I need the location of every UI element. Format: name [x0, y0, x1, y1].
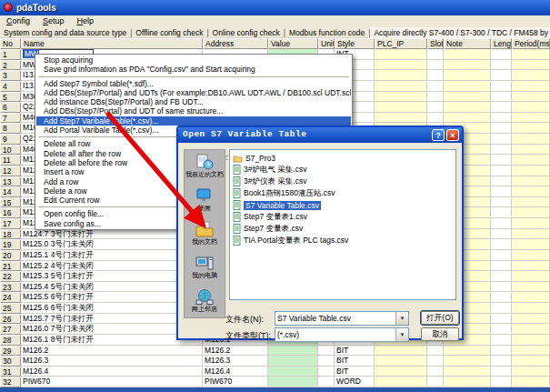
cell-no[interactable]: 16 [0, 207, 21, 218]
cell-no[interactable]: 24 [0, 292, 21, 303]
tab-5[interactable]: Acquire directly S7-400 / S7-300 / TDC /… [370, 27, 550, 38]
file-item[interactable]: S7_Pro3 [230, 152, 455, 164]
cell-length[interactable] [491, 102, 512, 113]
cell-length[interactable] [491, 49, 512, 60]
cell-period[interactable] [512, 377, 550, 387]
cell-length[interactable] [491, 335, 512, 346]
table-row[interactable]: 30M126.3M126.3BIT [0, 356, 550, 367]
file-item[interactable]: 3#炉电气 采集.csv [230, 164, 455, 176]
dropdown-arrow-icon[interactable]: ▼ [395, 328, 408, 341]
cell-no[interactable]: 26 [0, 314, 21, 325]
cell-length[interactable] [491, 166, 512, 176]
cell-no[interactable]: 23 [0, 282, 21, 293]
cell-no[interactable]: 17 [0, 218, 21, 229]
cell-length[interactable] [491, 314, 512, 325]
menu-item[interactable]: Add DBs(Step7/Portal) and UDT of same st… [36, 106, 351, 116]
cell-name[interactable]: M125.7 7号门未打开 [21, 314, 203, 325]
cell-slot[interactable] [427, 92, 444, 103]
cell-length[interactable] [491, 218, 512, 229]
cell-plc_ip[interactable] [375, 377, 427, 387]
cell-no[interactable]: 6 [0, 102, 21, 113]
cell-address[interactable]: PIW670 [203, 377, 268, 387]
cell-note[interactable] [444, 60, 491, 71]
file-type-combobox[interactable]: (*.csv) ▼ [275, 327, 409, 342]
cell-plc_ip[interactable] [375, 367, 427, 377]
menubar-item-help[interactable]: Help [71, 15, 101, 27]
cell-plc_ip[interactable] [375, 356, 427, 367]
menubar-item-config[interactable]: Config [0, 15, 36, 27]
cell-period[interactable] [512, 166, 550, 176]
cell-address[interactable]: M126.4 [203, 367, 268, 377]
file-item[interactable]: S7 Variable Table.csv [230, 199, 455, 211]
cell-slot[interactable] [427, 49, 444, 60]
open-button[interactable]: 打开(O) [421, 311, 459, 325]
cell-no[interactable]: 15 [0, 197, 21, 208]
cell-name[interactable]: M125.1 4号门未打开 [21, 250, 203, 261]
place-recent-documents[interactable]: 我最近的文档 [185, 154, 225, 184]
cell-period[interactable] [512, 303, 550, 314]
cell-no[interactable]: 1 [0, 49, 21, 60]
cell-style[interactable]: BIT [335, 367, 375, 377]
cell-slot[interactable] [427, 367, 444, 377]
column-header-no[interactable]: No [0, 38, 21, 49]
cell-name[interactable]: M126.4 [21, 367, 203, 377]
cell-name[interactable]: M126.1 8号门未打开 [21, 335, 203, 346]
dialog-title-bar[interactable]: Open S7 Variable Table [178, 127, 462, 143]
file-name-combobox[interactable]: S7 Variable Table.csv ▼ [275, 311, 409, 326]
cell-period[interactable] [512, 271, 550, 282]
cell-slot[interactable] [427, 356, 444, 367]
cell-slot[interactable] [427, 60, 444, 71]
cell-no[interactable]: 31 [0, 367, 21, 377]
cell-note[interactable] [444, 81, 491, 92]
cell-unit[interactable] [318, 346, 335, 357]
table-row[interactable]: 29M126.2M126.2BIT [0, 346, 550, 357]
cell-address[interactable]: M126.3 [203, 356, 268, 367]
cell-length[interactable] [491, 239, 512, 250]
cell-period[interactable] [512, 229, 550, 240]
menu-item[interactable]: Save grid information as PDA "Config.csv… [36, 65, 351, 74]
cell-name[interactable]: M125.4 5号门未关闭 [21, 282, 203, 293]
cell-no[interactable]: 9 [0, 134, 21, 145]
cell-name[interactable]: M125.0 3号门未关闭 [21, 239, 203, 250]
menu-item[interactable]: Add Step7 Varibale Table(*.csv)... [36, 116, 351, 126]
cell-length[interactable] [491, 207, 512, 218]
cell-value[interactable] [268, 367, 318, 377]
menubar-item-setup[interactable]: Setup [36, 15, 71, 27]
cell-period[interactable] [512, 155, 550, 166]
cell-no[interactable]: 13 [0, 176, 21, 187]
menu-item[interactable]: Add instance DBs(Step7/Portal) and FB UD… [36, 97, 351, 106]
cell-name[interactable]: M125.6 6号门未关闭 [21, 303, 203, 314]
cell-no[interactable]: 22 [0, 271, 21, 282]
cell-plc_ip[interactable] [375, 60, 427, 71]
column-header-note[interactable]: Note [444, 38, 491, 49]
cell-unit[interactable] [318, 367, 335, 377]
table-row[interactable]: 32PIW670PIW670WORD [0, 377, 550, 387]
cell-length[interactable] [491, 186, 512, 197]
cell-length[interactable] [491, 367, 512, 377]
cell-period[interactable] [512, 239, 550, 250]
cell-no[interactable]: 8 [0, 123, 21, 134]
cell-plc_ip[interactable] [375, 49, 427, 60]
place-my-computer[interactable]: 我的电脑 [185, 255, 225, 285]
table-row[interactable]: 31M126.4M126.4BIT [0, 367, 550, 377]
cell-period[interactable] [512, 186, 550, 197]
cell-address[interactable]: M126.2 [203, 346, 268, 357]
cell-period[interactable] [512, 113, 550, 124]
cell-name[interactable]: M125.2 4号门未关闭 [21, 261, 203, 272]
cell-unit[interactable] [318, 377, 335, 387]
cell-period[interactable] [512, 346, 550, 357]
cell-period[interactable] [512, 261, 550, 272]
cell-no[interactable]: 32 [0, 377, 21, 387]
cell-length[interactable] [491, 377, 512, 387]
cell-period[interactable] [512, 197, 550, 208]
cell-period[interactable] [512, 176, 550, 187]
cell-plc_ip[interactable] [375, 113, 427, 124]
cell-no[interactable]: 20 [0, 250, 21, 261]
cell-name[interactable]: M124.7 3号门未打开 [21, 229, 203, 240]
cell-value[interactable] [268, 356, 318, 367]
cell-note[interactable] [444, 356, 491, 367]
cell-length[interactable] [491, 303, 512, 314]
column-header-unit[interactable]: Unit [318, 38, 335, 49]
cell-plc_ip[interactable] [375, 102, 427, 113]
cell-no[interactable]: 25 [0, 303, 21, 314]
